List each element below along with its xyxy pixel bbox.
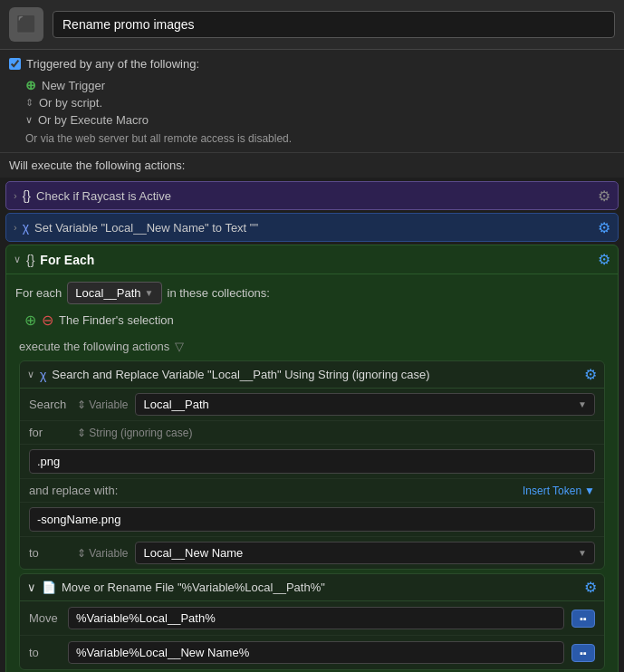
collection-label: The Finder's selection <box>59 313 174 327</box>
new-trigger-label: New Trigger <box>42 79 105 92</box>
variable-dropdown-value: Local__Path <box>75 286 140 300</box>
action2-expand-icon: › <box>14 222 17 233</box>
move-toggle-btn[interactable]: ▪▪ <box>571 610 595 628</box>
to-move-label: to <box>29 646 61 659</box>
new-trigger-plus-icon: ⊕ <box>25 78 36 92</box>
search-variable-chevron: ▼ <box>578 399 587 409</box>
trigger-header-label: Triggered by any of the following: <box>26 57 199 71</box>
app-header: ⬛ <box>0 0 624 50</box>
for-each-title: For Each <box>40 253 94 267</box>
for-each-block: ∨ {} For Each ⚙ For each Local__Path ▼ i… <box>5 245 619 672</box>
action1-label: Check if Raycast is Active <box>36 189 598 203</box>
for-each-header[interactable]: ∨ {} For Each ⚙ <box>6 245 618 274</box>
search-replace-gear-icon[interactable]: ⚙ <box>584 366 597 383</box>
search-variable-select[interactable]: Local__Path ▼ <box>135 393 595 416</box>
search-replace-title: Search and Replace Variable "Local__Path… <box>52 368 579 381</box>
variable-sublabel[interactable]: ⇕ Variable <box>77 398 128 411</box>
move-label: Move <box>29 611 61 625</box>
app-icon: ⬛ <box>9 7 43 42</box>
by-script-item[interactable]: ⇕ Or by script. <box>9 94 615 111</box>
search-field-row: Search ⇕ Variable Local__Path ▼ <box>20 389 604 421</box>
execute-label: execute the following actions <box>19 340 169 353</box>
action2-icon: χ <box>23 220 29 235</box>
replace-value-row <box>20 503 604 537</box>
by-script-arrow-icon: ⇕ <box>25 97 34 109</box>
to-value-input[interactable] <box>68 641 564 664</box>
for-each-gear-icon[interactable]: ⚙ <box>598 251 610 268</box>
replace-label: and replace with: <box>29 484 118 497</box>
action1-expand-icon: › <box>14 190 17 201</box>
actions-header: Will execute the following actions: <box>0 152 624 178</box>
search-variable-value: Local__Path <box>143 398 208 411</box>
trigger-section: Triggered by any of the following: ⊕ New… <box>0 50 624 152</box>
action1-gear-icon[interactable]: ⚙ <box>598 187 610 205</box>
move-rename-gear-icon[interactable]: ⚙ <box>584 579 597 596</box>
trigger-checkbox[interactable] <box>9 58 21 70</box>
search-replace-block: ∨ χ Search and Replace Variable "Local__… <box>19 360 605 570</box>
for-each-row: For each Local__Path ▼ in these collecti… <box>15 282 609 304</box>
trigger-header: Triggered by any of the following: <box>9 57 615 71</box>
for-each-expand-icon: ∨ <box>14 254 21 265</box>
string-sublabel[interactable]: ⇕ String (ignoring case) <box>77 427 192 439</box>
to-label: to <box>29 546 70 560</box>
for-each-body: For each Local__Path ▼ in these collecti… <box>6 274 618 672</box>
action1-icon: {} <box>23 188 31 203</box>
search-value-row <box>20 445 604 479</box>
move-rename-file-icon: 📄 <box>42 581 56 594</box>
action2-label: Set Variable "Local__New Name" to Text "… <box>34 221 598 235</box>
to-field-row: to ▪▪ <box>20 636 604 669</box>
move-field-row: Move ▪▪ <box>20 601 604 636</box>
macro-title-input[interactable] <box>53 11 615 38</box>
to-variable-select[interactable]: Local__New Name ▼ <box>135 542 595 564</box>
collection-remove-icon[interactable]: ⊖ <box>42 312 53 329</box>
insert-token-label: Insert Token <box>523 485 581 497</box>
to-variable-value: Local__New Name <box>143 546 243 560</box>
to-variable-chevron: ▼ <box>578 548 587 558</box>
for-label: for <box>29 426 70 439</box>
action-check-raycast[interactable]: › {} Check if Raycast is Active ⚙ <box>5 181 619 210</box>
replace-value-input[interactable] <box>29 507 595 532</box>
replace-header-row: and replace with: Insert Token ▼ <box>20 479 604 503</box>
filter-icon: ▽ <box>175 340 184 353</box>
to-variable-row: to ⇕ Variable Local__New Name ▼ <box>20 537 604 569</box>
to-variable-sublabel[interactable]: ⇕ Variable <box>77 547 128 560</box>
action-list: › {} Check if Raycast is Active ⚙ › χ Se… <box>0 178 624 672</box>
for-string-row: for ⇕ String (ignoring case) <box>20 421 604 445</box>
by-macro-arrow-icon: ∨ <box>25 114 33 126</box>
move-rename-block: ∨ 📄 Move or Rename File "%Variable%Local… <box>19 573 605 670</box>
by-macro-label: Or by Execute Macro <box>38 113 149 127</box>
move-value-input[interactable] <box>68 607 564 629</box>
collection-row: ⊕ ⊖ The Finder's selection <box>15 312 609 329</box>
move-rename-expand-icon: ∨ <box>27 581 36 594</box>
insert-token-btn[interactable]: Insert Token ▼ <box>523 485 595 497</box>
in-these-collections-label: in these collections: <box>168 286 270 300</box>
collection-add-icon[interactable]: ⊕ <box>24 312 36 329</box>
search-replace-header[interactable]: ∨ χ Search and Replace Variable "Local__… <box>20 361 604 389</box>
variable-dropdown-chevron: ▼ <box>145 288 154 298</box>
move-rename-header[interactable]: ∨ 📄 Move or Rename File "%Variable%Local… <box>20 574 604 601</box>
to-toggle-btn[interactable]: ▪▪ <box>571 644 595 662</box>
web-server-note: Or via the web server but all remote acc… <box>9 129 615 149</box>
action-set-variable[interactable]: › χ Set Variable "Local__New Name" to Te… <box>5 213 619 242</box>
for-each-label: For each <box>15 286 62 300</box>
by-script-label: Or by script. <box>39 96 102 110</box>
variable-dropdown[interactable]: Local__Path ▼ <box>67 282 161 304</box>
move-rename-title: Move or Rename File "%Variable%Local__Pa… <box>62 581 579 594</box>
by-execute-macro-item[interactable]: ∨ Or by Execute Macro <box>9 111 615 129</box>
search-label: Search <box>29 398 70 411</box>
search-replace-expand-icon: ∨ <box>27 369 34 380</box>
search-replace-icon: χ <box>40 368 46 382</box>
for-each-icon: {} <box>26 253 34 267</box>
execute-row: execute the following actions ▽ <box>15 336 609 357</box>
search-value-input[interactable] <box>29 449 595 474</box>
action2-gear-icon[interactable]: ⚙ <box>598 219 610 236</box>
insert-token-chevron: ▼ <box>584 485 595 497</box>
new-trigger-item[interactable]: ⊕ New Trigger <box>9 76 615 94</box>
